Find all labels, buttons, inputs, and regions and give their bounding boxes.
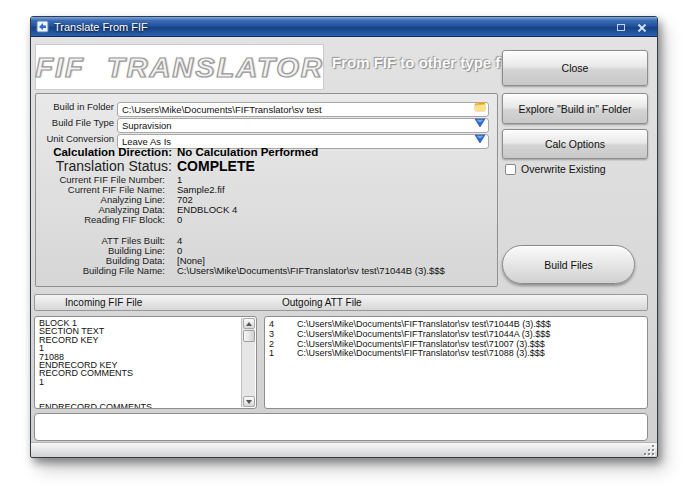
scroll-down-icon [246, 400, 252, 404]
scroll-down-button[interactable] [243, 396, 255, 407]
overwrite-existing-checkbox-row[interactable]: Overwrite Existing [505, 163, 606, 175]
folder-icon[interactable] [474, 101, 486, 112]
window-title: Translate From FIF [54, 21, 148, 33]
fif-line[interactable]: RECORD KEY [39, 336, 238, 344]
logo-panel: FIF TRANSLATOR [35, 44, 324, 90]
message-box[interactable] [34, 413, 648, 441]
scroll-up-icon [246, 322, 252, 326]
scroll-up-button[interactable] [243, 318, 255, 329]
incoming-fif-file-header[interactable]: Incoming FIF File [65, 297, 142, 308]
maximize-icon [617, 24, 625, 31]
main-panel: Build in Folder Build File Type [35, 93, 498, 287]
fif-line[interactable]: ENDRECORD COMMENTS [39, 403, 238, 409]
fif-line[interactable] [39, 386, 238, 394]
title-bar[interactable]: Translate From FIF [31, 17, 657, 37]
build-row-label: Building File Name: [36, 265, 165, 276]
outgoing-att-file-header[interactable]: Outgoing ATT File [282, 297, 362, 308]
explore-build-in-folder-button[interactable]: Explore "Build in" Folder [502, 93, 648, 124]
app-icon [36, 20, 49, 33]
resize-grip-icon[interactable] [643, 444, 654, 455]
status-row-label: Reading FIF Block: [36, 214, 165, 225]
incoming-fif-list[interactable]: BLOCK 1 SECTION TEXT RECORD KEY 1 71088 … [34, 316, 257, 409]
calc-direction-value: No Calculation Performed [177, 146, 318, 158]
dropdown-icon[interactable] [474, 133, 486, 144]
fif-line[interactable]: 1 [39, 378, 238, 386]
calc-direction-label: Calculation Direction: [36, 146, 172, 158]
dropdown-icon[interactable] [474, 117, 486, 128]
close-window-button[interactable] [634, 21, 649, 33]
att-list-item[interactable]: 1 C:\Users\Mike\Documents\FIFTranslator\… [269, 349, 645, 359]
overwrite-existing-label: Overwrite Existing [521, 163, 606, 175]
att-item-number: 1 [269, 349, 297, 359]
status-row-value: 0 [177, 214, 182, 225]
list-header-bar[interactable]: Incoming FIF File Outgoing ATT File [34, 294, 648, 311]
overwrite-existing-checkbox[interactable] [505, 164, 516, 175]
app-window: Translate From FIF FIF TRANSLATOR From F… [30, 16, 658, 458]
translation-status-value: COMPLETE [177, 158, 255, 174]
build-row-value: C:\Users\Mike\Documents\FIFTranslator\sv… [177, 265, 445, 276]
att-item-path: C:\Users\Mike\Documents\FIFTranslator\sv… [297, 349, 645, 359]
build-files-button[interactable]: Build Files [502, 245, 635, 284]
translation-status-label: Translation Status: [36, 158, 172, 174]
build-in-folder-label: Build in Folder [36, 101, 117, 112]
close-button[interactable]: Close [502, 50, 648, 86]
outgoing-att-list[interactable]: 4 C:\Users\Mike\Documents\FIFTranslator\… [264, 316, 648, 409]
build-file-type-label: Build File Type [36, 117, 117, 128]
unit-conversion-label: Unit Conversion [36, 133, 117, 144]
maximize-button[interactable] [613, 21, 628, 33]
fif-line[interactable]: RECORD COMMENTS [39, 369, 238, 377]
calc-options-button[interactable]: Calc Options [502, 129, 648, 159]
scrollbar-thumb[interactable] [243, 330, 255, 342]
status-bar [31, 442, 657, 457]
status-row-value: ENDBLOCK 4 [177, 204, 237, 215]
close-icon [637, 23, 646, 32]
app-logo: FIF TRANSLATOR [35, 51, 324, 82]
fif-line[interactable]: 1 [39, 344, 238, 352]
incoming-list-scrollbar[interactable] [241, 318, 255, 407]
